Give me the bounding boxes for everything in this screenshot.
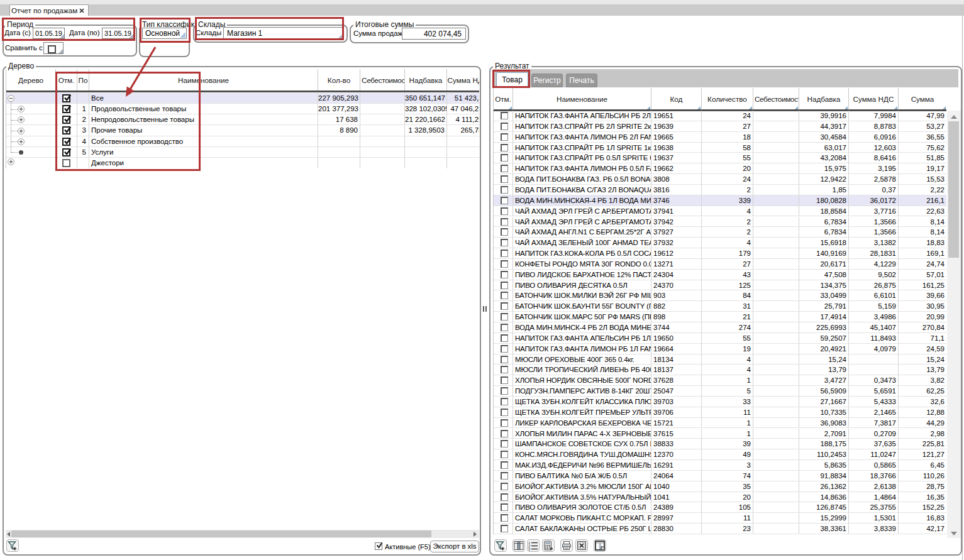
svg-text:3: 3 bbox=[528, 547, 531, 551]
